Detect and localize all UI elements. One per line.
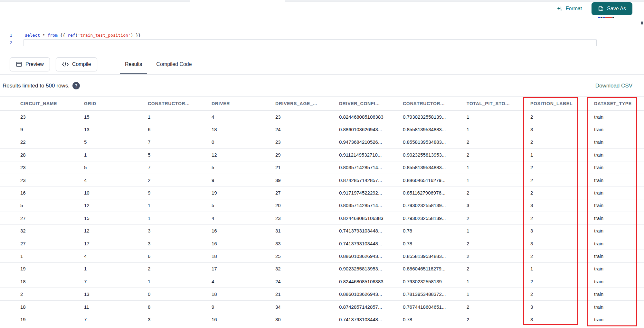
table-cell: 0.8558139534883... xyxy=(403,165,467,170)
code-token: * xyxy=(43,33,45,38)
table-cell: 2 xyxy=(530,165,594,170)
table-cell: 23 xyxy=(275,114,339,120)
table-cell: 0.8511627906976... xyxy=(403,190,467,196)
table-row: 231514230.8244680851063830.7930232558139… xyxy=(0,111,644,123)
table-cell: 0 xyxy=(212,139,275,145)
table-cell: 1 xyxy=(148,114,212,120)
table-cell: 0.7674418604651... xyxy=(403,304,467,310)
table-cell: 21 xyxy=(275,165,339,170)
table-cell: 3 xyxy=(530,241,594,246)
table-cell: 2 xyxy=(467,241,530,246)
table-cell: 16 xyxy=(212,317,275,322)
compile-button[interactable]: Compile xyxy=(56,57,97,71)
table-cell: 0.8035714285714... xyxy=(339,203,403,208)
table-cell: 22 xyxy=(20,139,84,145)
active-line-highlight xyxy=(24,39,597,46)
table-cell: 1 xyxy=(467,228,530,233)
table-cell: 0.9023255813953... xyxy=(403,152,467,158)
table-cell: 5 xyxy=(84,165,148,170)
table-cell: 2 xyxy=(148,266,212,271)
tab-compiled-code[interactable]: Compiled Code xyxy=(151,54,197,74)
save-as-button[interactable]: Save As xyxy=(592,2,632,15)
code-line-1[interactable]: select * from {{ ref('train_test_positio… xyxy=(25,33,141,38)
table-cell: 2 xyxy=(467,317,530,322)
table-cell: 0.8558139534883... xyxy=(403,127,467,132)
table-cell: 9 xyxy=(212,304,275,310)
top-tab-strip xyxy=(0,0,644,2)
code-token: ) xyxy=(131,33,133,38)
table-cell: train xyxy=(594,215,644,221)
table-header-row: CIRCUIT_NAMEGRIDCONSTRUCTOR...DRIVERDRIV… xyxy=(0,96,644,111)
table-cell: 5 xyxy=(212,165,275,170)
column-header: CIRCUIT_NAME xyxy=(20,101,84,106)
sql-code-editor[interactable]: 1 2 select * from {{ ref('train_test_pos… xyxy=(0,14,644,54)
help-icon[interactable]: ? xyxy=(72,82,80,89)
table-cell: 0.7930232558139... xyxy=(403,203,467,208)
table-cell: 23 xyxy=(275,139,339,145)
results-limit-text: Results limited to 500 rows. xyxy=(3,83,70,89)
preview-button[interactable]: Preview xyxy=(10,57,50,71)
table-cell: 2 xyxy=(467,253,530,259)
editor-toolbar: Format Save As xyxy=(0,2,644,15)
table-cell: 5 xyxy=(212,203,275,208)
format-button-label: Format xyxy=(566,6,582,12)
table-cell: 0.8860465116279... xyxy=(403,266,467,271)
results-table: CIRCUIT_NAMEGRIDCONSTRUCTOR...DRIVERDRIV… xyxy=(0,96,644,326)
table-cell: 4 xyxy=(84,178,148,183)
table-cell: 20 xyxy=(275,203,339,208)
code-token: select xyxy=(25,33,40,38)
table-cell: 17 xyxy=(212,266,275,271)
table-cell: 2 xyxy=(20,291,84,297)
table-cell: 19 xyxy=(20,317,84,322)
table-cell: 2 xyxy=(467,304,530,310)
table-cell: 0.7813953488372... xyxy=(403,291,467,297)
column-header: CONSTRUCTOR... xyxy=(148,101,212,106)
table-cell: 1 xyxy=(148,203,212,208)
table-cell: 0.9023255813953... xyxy=(339,266,403,271)
table-cell: 1 xyxy=(20,253,84,259)
table-cell: 9 xyxy=(148,190,212,196)
table-cell: 0.9473684210526... xyxy=(339,139,403,145)
table-cell: 5 xyxy=(20,203,84,208)
column-header: DRIVERS_AGE_... xyxy=(275,101,339,106)
table-row: 913618240.8860103626943...0.855813953488… xyxy=(0,123,644,136)
tab-strip-divider xyxy=(95,0,95,2)
table-body: 231514230.8244680851063830.7930232558139… xyxy=(0,111,644,326)
compile-button-label: Compile xyxy=(72,61,91,67)
column-header: TOTAL_PIT_STO... xyxy=(467,101,530,106)
table-cell: 16 xyxy=(212,241,275,246)
editor-scrollbar-mark xyxy=(641,22,643,24)
query-actions: Preview Compile xyxy=(0,54,106,74)
table-cell: 13 xyxy=(84,127,148,132)
editor-minimap[interactable] xyxy=(598,17,618,18)
preview-button-label: Preview xyxy=(25,61,44,67)
table-cell: 12 xyxy=(84,203,148,208)
table-cell: 13 xyxy=(84,291,148,297)
table-cell: train xyxy=(594,253,644,259)
table-cell: 8 xyxy=(148,304,212,310)
table-cell: 27 xyxy=(275,190,339,196)
table-cell: 3 xyxy=(530,203,594,208)
table-cell: 1 xyxy=(84,152,148,158)
table-cell: 6 xyxy=(148,127,212,132)
table-cell: 23 xyxy=(20,165,84,170)
table-cell: 1 xyxy=(530,266,594,271)
table-cell: 27 xyxy=(20,215,84,221)
results-limit-info: Results limited to 500 rows. ? xyxy=(3,82,80,89)
table-cell: 2 xyxy=(467,190,530,196)
download-csv-link[interactable]: Download CSV xyxy=(595,83,632,89)
table-cell: 0.8558139534883... xyxy=(403,253,467,259)
table-cell: 0.824468085106383 xyxy=(339,279,403,284)
table-row: 181189340.8742857142857...0.767441860465… xyxy=(0,301,644,313)
code-token xyxy=(40,33,43,38)
table-cell: 32 xyxy=(20,228,84,233)
format-button[interactable]: Format xyxy=(556,5,582,12)
table-cell: 2 xyxy=(467,152,530,158)
tab-results[interactable]: Results xyxy=(120,54,147,74)
table-cell: 3 xyxy=(148,241,212,246)
table-cell: 23 xyxy=(20,114,84,120)
results-tabs: ResultsCompiled Code xyxy=(106,54,197,74)
table-cell: train xyxy=(594,228,644,233)
table-cell: 1 xyxy=(467,127,530,132)
table-row: 23575210.8035714285714...0.8558139534883… xyxy=(0,161,644,174)
